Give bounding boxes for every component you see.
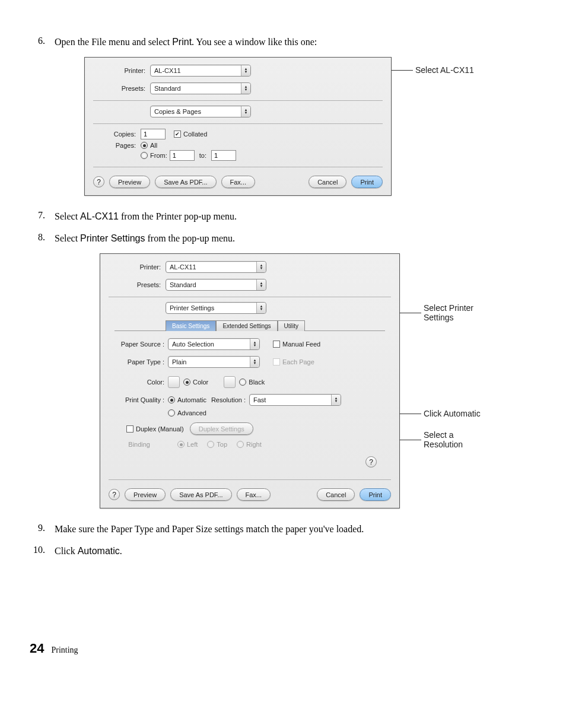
binding-right-radio: Right bbox=[237, 441, 262, 448]
presets-value: Standard bbox=[154, 85, 181, 92]
tabpanel-basic: Paper Source : Auto Selection ▲▼ Manual … bbox=[115, 330, 385, 475]
step-text: Make sure the Paper Type and Paper Size … bbox=[55, 523, 524, 536]
pages-label: Pages: bbox=[93, 142, 141, 149]
help-button[interactable]: ? bbox=[365, 456, 377, 468]
from-input[interactable] bbox=[170, 150, 195, 161]
chevron-updown-icon: ▲▼ bbox=[241, 83, 250, 94]
page-title: Printing bbox=[51, 646, 78, 655]
annotation-text: Click Automatic bbox=[424, 409, 481, 418]
print-button[interactable]: Print bbox=[351, 176, 383, 188]
presets-select[interactable]: Standard ▲▼ bbox=[166, 279, 266, 291]
step-8: 8. Select Printer Settings from the pop-… bbox=[30, 232, 524, 245]
step-number: 10. bbox=[30, 545, 55, 558]
save-pdf-button[interactable]: Save As PDF... bbox=[170, 488, 231, 501]
copies-input[interactable] bbox=[141, 129, 166, 139]
color-icon bbox=[168, 376, 180, 388]
presets-label: Presets: bbox=[93, 85, 150, 92]
checkbox-icon bbox=[126, 425, 133, 433]
paper-source-select[interactable]: Auto Selection ▲▼ bbox=[168, 338, 260, 350]
step-number: 8. bbox=[30, 232, 55, 245]
help-button[interactable]: ? bbox=[93, 176, 104, 187]
save-pdf-button[interactable]: Save As PDF... bbox=[155, 176, 216, 188]
panel-select[interactable]: Copies & Pages ▲▼ bbox=[150, 106, 251, 117]
tab-basic[interactable]: Basic Settings bbox=[166, 320, 216, 331]
step-7: 7. Select AL-CX11 from the Printer pop-u… bbox=[30, 210, 524, 223]
preview-button[interactable]: Preview bbox=[125, 488, 166, 501]
each-page-checkbox: Each Page bbox=[273, 358, 314, 365]
fax-button[interactable]: Fax... bbox=[237, 488, 271, 501]
tab-utility[interactable]: Utility bbox=[278, 320, 305, 331]
resolution-select[interactable]: Fast ▲▼ bbox=[249, 394, 341, 406]
print-dialog-2: Printer: AL-CX11 ▲▼ Presets: Standard ▲▼… bbox=[100, 253, 400, 508]
step-number: 6. bbox=[30, 36, 55, 49]
pages-from-radio[interactable]: From: bbox=[141, 152, 167, 159]
collated-checkbox[interactable]: ✔ Collated bbox=[174, 131, 207, 138]
page-number: 24 bbox=[30, 641, 44, 656]
duplex-settings-button: Duplex Settings bbox=[190, 422, 253, 435]
black-radio[interactable]: Black bbox=[239, 379, 265, 386]
paper-type-select[interactable]: Plain ▲▼ bbox=[168, 356, 260, 368]
panel-select[interactable]: Printer Settings ▲▼ bbox=[166, 302, 266, 314]
radio-icon bbox=[183, 379, 190, 386]
chevron-updown-icon: ▲▼ bbox=[250, 357, 259, 367]
step-9: 9. Make sure the Paper Type and Paper Si… bbox=[30, 523, 524, 536]
pages-all-radio[interactable]: All bbox=[141, 142, 157, 149]
copies-label: Copies: bbox=[93, 131, 141, 138]
checkbox-icon bbox=[273, 341, 280, 348]
chevron-updown-icon: ▲▼ bbox=[256, 262, 266, 272]
step-text: Select Printer Settings from the pop-up … bbox=[55, 232, 524, 245]
cancel-button[interactable]: Cancel bbox=[317, 488, 355, 501]
radio-icon bbox=[237, 441, 244, 448]
automatic-radio[interactable]: Automatic bbox=[168, 396, 206, 403]
print-dialog-1: Printer: AL-CX11 ▲▼ Presets: Standard ▲▼… bbox=[84, 57, 392, 196]
fax-button[interactable]: Fax... bbox=[221, 176, 256, 188]
printer-select[interactable]: AL-CX11 ▲▼ bbox=[166, 261, 266, 273]
print-button[interactable]: Print bbox=[360, 488, 391, 501]
black-icon bbox=[224, 376, 236, 388]
manual-feed-checkbox[interactable]: Manual Feed bbox=[273, 341, 320, 348]
annotation: Select AL-CX11 bbox=[392, 65, 474, 75]
text: Open the File menu and select bbox=[55, 37, 172, 47]
step-number: 9. bbox=[30, 523, 55, 536]
color-radio[interactable]: Color bbox=[183, 379, 208, 386]
annotation-text: Select AL-CX11 bbox=[415, 65, 474, 75]
radio-icon bbox=[177, 441, 185, 448]
page-footer: 24 Printing bbox=[30, 641, 524, 656]
annotation-text: Select a Resolution bbox=[424, 430, 477, 449]
help-button[interactable]: ? bbox=[109, 489, 120, 500]
paper-source-label: Paper Source : bbox=[119, 341, 168, 348]
cancel-button[interactable]: Cancel bbox=[309, 176, 346, 188]
printer-select[interactable]: AL-CX11 ▲▼ bbox=[150, 65, 251, 77]
print-quality-label: Print Quality : bbox=[119, 396, 168, 403]
step-6: 6. Open the File menu and select Print. … bbox=[30, 36, 524, 49]
divider bbox=[93, 100, 383, 101]
annotation-text: Select Printer Settings bbox=[424, 303, 483, 322]
step-text: Click Automatic. bbox=[55, 545, 524, 558]
step-10: 10. Click Automatic. bbox=[30, 545, 524, 558]
divider bbox=[93, 123, 383, 124]
from-label: From: bbox=[150, 152, 167, 159]
step-text: Open the File menu and select Print. You… bbox=[55, 36, 524, 49]
resolution-label: Resolution : bbox=[211, 396, 246, 403]
printer-label: Printer: bbox=[109, 263, 166, 271]
divider bbox=[109, 297, 391, 297]
text: . You see a window like this one: bbox=[192, 37, 317, 47]
tab-extended[interactable]: Extended Settings bbox=[216, 320, 277, 331]
to-input[interactable] bbox=[211, 150, 236, 161]
duplex-checkbox[interactable]: Duplex (Manual) bbox=[126, 425, 184, 433]
printer-label: Printer: bbox=[93, 67, 150, 74]
preview-button[interactable]: Preview bbox=[109, 176, 150, 188]
advanced-radio[interactable]: Advanced bbox=[168, 409, 206, 417]
annotations: Select Printer Settings Click Automatic … bbox=[400, 253, 483, 449]
binding-top-radio: Top bbox=[207, 441, 227, 448]
step-text: Select AL-CX11 from the Printer pop-up m… bbox=[55, 210, 524, 223]
chevron-updown-icon: ▲▼ bbox=[241, 106, 250, 117]
radio-icon bbox=[141, 142, 148, 149]
divider bbox=[93, 167, 383, 167]
presets-select[interactable]: Standard ▲▼ bbox=[150, 82, 251, 94]
printer-value: AL-CX11 bbox=[154, 67, 181, 74]
color-label: Color: bbox=[119, 379, 168, 386]
panel-value: Printer Settings bbox=[170, 304, 214, 311]
radio-icon bbox=[168, 396, 175, 403]
chevron-updown-icon: ▲▼ bbox=[331, 395, 341, 405]
